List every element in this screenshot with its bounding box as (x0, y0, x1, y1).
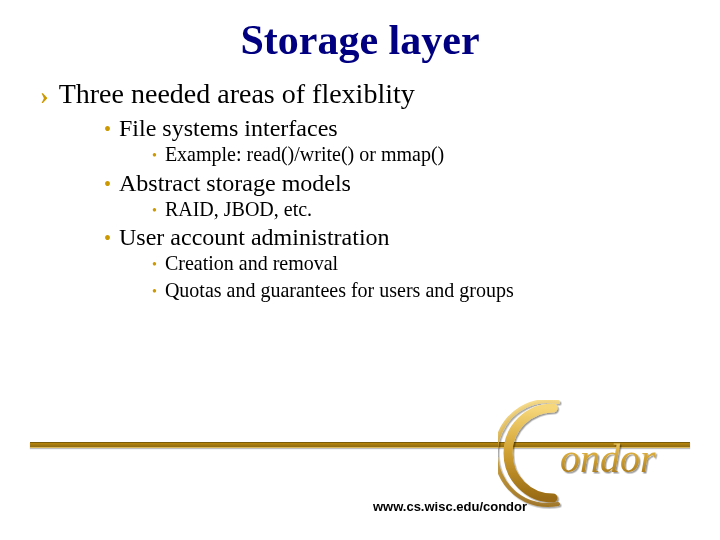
bullet-level1: › Three needed areas of flexiblity (40, 78, 680, 111)
l2-text: File systems interfaces (119, 115, 338, 142)
bullet-level3: • Creation and removal (152, 252, 680, 279)
bullet-level3: • Example: read()/write() or mmap() (152, 143, 680, 170)
chevron-icon: › (40, 80, 49, 111)
bullet-level2: • File systems interfaces (104, 115, 680, 143)
bullet-icon: • (104, 224, 111, 252)
l3-text: Example: read()/write() or mmap() (165, 143, 444, 166)
l3-text: Quotas and guarantees for users and grou… (165, 279, 514, 302)
bullet-level2: • Abstract storage models (104, 170, 680, 198)
bullet-icon: • (104, 115, 111, 143)
logo-text: ondor (560, 436, 656, 481)
slide-body: Storage layer › Three needed areas of fl… (0, 0, 720, 306)
bullet-icon: • (104, 170, 111, 198)
l2-text: Abstract storage models (119, 170, 351, 197)
l1-text: Three needed areas of flexiblity (59, 78, 415, 110)
bullet-icon: • (152, 143, 157, 170)
l2-text: User account administration (119, 224, 390, 251)
condor-logo: ondor (498, 400, 678, 510)
l3-text: RAID, JBOD, etc. (165, 198, 312, 221)
bullet-icon: • (152, 252, 157, 279)
l3-text: Creation and removal (165, 252, 338, 275)
bullet-icon: • (152, 198, 157, 225)
footer-url: www.cs.wisc.edu/condor (0, 499, 720, 514)
bullet-icon: • (152, 279, 157, 306)
bullet-level3: • Quotas and guarantees for users and gr… (152, 279, 680, 306)
bullet-level2: • User account administration (104, 224, 680, 252)
slide-title: Storage layer (40, 16, 680, 64)
bullet-level3: • RAID, JBOD, etc. (152, 198, 680, 225)
